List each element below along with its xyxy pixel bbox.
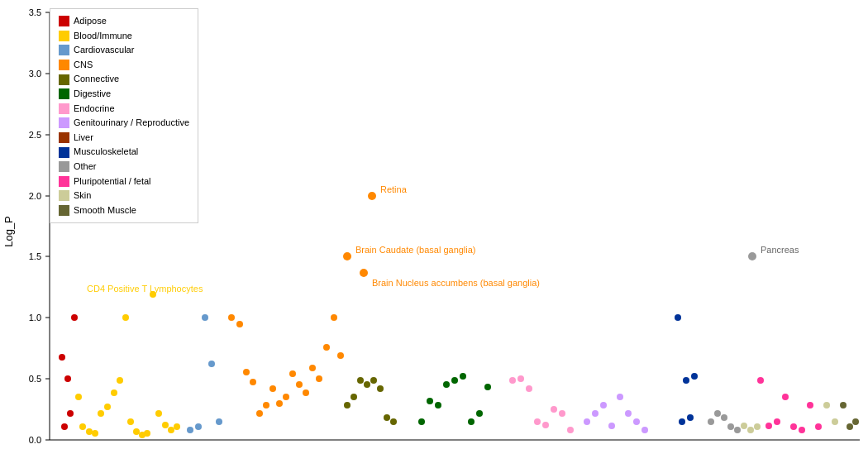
legend: Adipose Blood/Immune Cardiovascular CNS … [50, 8, 198, 223]
svg-text:0.5: 0.5 [29, 374, 41, 384]
legend-item-genitourinary: Genitourinary / Reproductive [59, 116, 189, 131]
legend-label-musculoskeletal: Musculoskeletal [74, 145, 138, 160]
dot [309, 365, 316, 371]
dot [86, 428, 93, 435]
dot [357, 377, 364, 384]
dot [687, 414, 694, 421]
dot [67, 410, 74, 417]
legend-color-cns [59, 60, 69, 70]
dot [526, 385, 532, 392]
dot [675, 314, 681, 321]
dot [567, 427, 574, 433]
dot [608, 423, 615, 429]
annotation-pancreas: Pancreas [761, 245, 799, 255]
legend-item-pluripotential: Pluripotential / fetal [59, 174, 189, 189]
dot [187, 427, 193, 433]
legend-color-liver [59, 132, 69, 143]
dot [534, 418, 541, 425]
dot [133, 428, 140, 435]
dot [747, 427, 754, 433]
legend-color-adipose [59, 16, 69, 26]
chart-container: 0.0 0.5 1.0 1.5 2.0 2.5 3.0 3.5 Log_P [0, 0, 868, 473]
legend-label-cardiovascular: Cardiovascular [74, 43, 134, 58]
dot [418, 418, 425, 425]
dot [202, 314, 208, 321]
dot [208, 361, 215, 367]
legend-label-connective: Connective [74, 72, 119, 87]
dot [625, 410, 632, 417]
dot [236, 321, 243, 327]
legend-item-endocrine: Endocrine [59, 102, 189, 117]
annotation-retina: Retina [380, 184, 408, 194]
legend-color-connective [59, 74, 69, 85]
dot [691, 373, 698, 380]
annotation-cd4: CD4 Positive T Lymphocytes [87, 284, 203, 294]
dot [263, 402, 269, 408]
dot [807, 402, 813, 408]
dot [734, 427, 741, 433]
dot [168, 427, 174, 433]
svg-text:1.0: 1.0 [29, 313, 41, 322]
svg-text:Log_P: Log_P [2, 216, 15, 247]
dot [509, 377, 516, 384]
dot [551, 406, 557, 413]
dot [460, 373, 466, 380]
dot [721, 414, 727, 421]
dot [790, 423, 797, 430]
dot [542, 422, 549, 428]
dot [351, 394, 357, 400]
dot [61, 423, 68, 430]
dot [370, 377, 377, 384]
dot [847, 423, 853, 430]
svg-text:0.0: 0.0 [29, 435, 41, 445]
dot [815, 423, 822, 430]
dot [774, 418, 780, 425]
dot [256, 410, 263, 417]
dot [727, 423, 734, 430]
dot [228, 314, 235, 321]
dot [476, 410, 483, 417]
dot [592, 410, 599, 417]
legend-label-cns: CNS [74, 58, 93, 73]
dot [216, 418, 222, 425]
dot [757, 377, 764, 384]
dot [174, 423, 180, 430]
legend-color-cardiovascular [59, 45, 69, 55]
dot [559, 410, 565, 417]
legend-color-musculoskeletal [59, 147, 69, 158]
legend-item-liver: Liver [59, 131, 189, 146]
legend-color-blood [59, 31, 69, 41]
dot [162, 422, 169, 428]
legend-color-digestive [59, 88, 69, 99]
dot [250, 379, 256, 385]
annotation-brain-caudate: Brain Caudate (basal ganglia) [355, 245, 476, 255]
dot [765, 423, 772, 429]
dot [708, 418, 714, 425]
dot [64, 375, 71, 382]
dot [782, 394, 789, 400]
dot [122, 314, 129, 321]
dot [117, 377, 123, 384]
dot [195, 423, 202, 430]
dot [364, 381, 370, 388]
dot [296, 381, 303, 388]
dot [852, 418, 859, 425]
legend-color-pluripotential [59, 176, 69, 187]
legend-color-skin [59, 190, 69, 201]
dot [754, 423, 761, 430]
dot [584, 418, 590, 425]
legend-item-cardiovascular: Cardiovascular [59, 43, 189, 58]
dot [679, 418, 685, 425]
dot [517, 375, 524, 382]
dot [243, 369, 250, 375]
dot [683, 377, 689, 384]
svg-text:2.5: 2.5 [29, 130, 41, 140]
annotation-brain-nucleus: Brain Nucleus accumbens (basal ganglia) [372, 278, 540, 288]
legend-label-endocrine: Endocrine [74, 102, 115, 117]
dot-brain-caudate [343, 252, 351, 260]
dot [104, 404, 111, 410]
dot [289, 370, 296, 377]
legend-item-connective: Connective [59, 72, 189, 87]
dot [344, 402, 351, 408]
dot [155, 410, 162, 417]
